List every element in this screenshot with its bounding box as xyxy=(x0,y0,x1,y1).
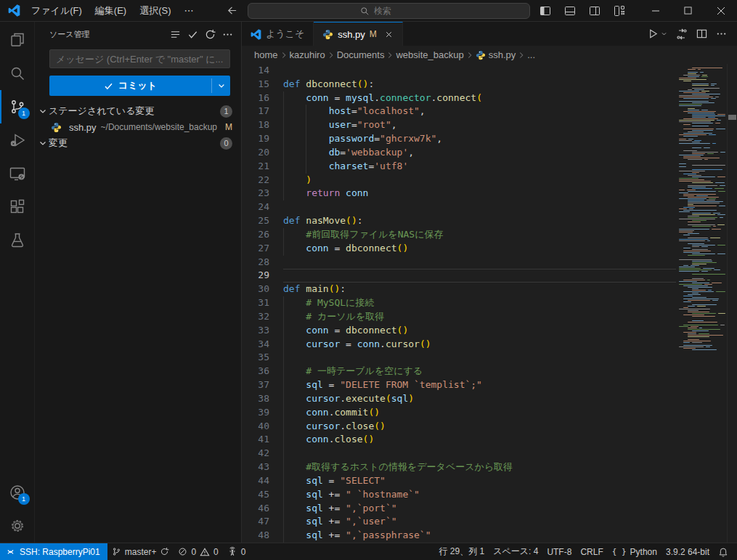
code-line-38[interactable]: 38 cursor.execute(sql) xyxy=(242,392,676,406)
code-line-22[interactable]: 22 ) xyxy=(242,174,676,187)
notifications-bell[interactable] xyxy=(714,543,733,560)
line-content[interactable] xyxy=(283,447,676,460)
menu-item-3[interactable]: ⋯ xyxy=(178,3,200,19)
line-content[interactable] xyxy=(283,256,676,269)
breadcrumb-item-0[interactable]: home xyxy=(254,49,278,60)
line-content[interactable]: def dbconnect(): xyxy=(283,78,676,92)
code-line-34[interactable]: 34 cursor = conn.cursor() xyxy=(242,338,676,352)
line-content[interactable]: conn = dbconnect() xyxy=(283,242,676,256)
code-line-14[interactable]: 14 xyxy=(242,64,676,78)
code-line-28[interactable]: 28 xyxy=(242,256,676,269)
window-maximize-button[interactable] xyxy=(672,0,704,22)
code-line-33[interactable]: 33 conn = dbconnect() xyxy=(242,324,676,338)
line-content[interactable]: sql += " `hostname`" xyxy=(283,488,676,502)
code-line-32[interactable]: 32 # カーソルを取得 xyxy=(242,310,676,324)
menu-item-1[interactable]: 編集(E) xyxy=(89,3,133,19)
code-line-48[interactable]: 48 sql += ",`passphrase`" xyxy=(242,529,676,543)
line-content[interactable]: return conn xyxy=(283,187,676,200)
changes-section[interactable]: 変更 0 xyxy=(35,135,241,151)
line-content[interactable]: charset='utf8' xyxy=(283,160,676,174)
breadcrumb-item-2[interactable]: Documents xyxy=(337,49,385,60)
commit-dropdown-button[interactable] xyxy=(212,76,230,96)
breadcrumb-item-5[interactable]: ... xyxy=(527,49,535,60)
window-minimize-button[interactable] xyxy=(639,0,672,22)
line-content[interactable]: conn.close() xyxy=(283,433,676,447)
line-content[interactable]: sql += ",`port`" xyxy=(283,502,676,516)
command-center-search[interactable] xyxy=(248,3,530,19)
code-line-35[interactable]: 35 xyxy=(242,351,676,365)
line-content[interactable]: ) xyxy=(283,174,676,187)
line-content[interactable]: def main(): xyxy=(283,283,676,296)
code-line-36[interactable]: 36 # 一時テーブルを空にする xyxy=(242,365,676,378)
menu-item-2[interactable]: 選択(S) xyxy=(133,3,177,19)
code-line-44[interactable]: 44 sql = "SELECT" xyxy=(242,474,676,488)
code-line-17[interactable]: 17 host="localhost", xyxy=(242,105,676,118)
line-content[interactable]: cursor.close() xyxy=(283,420,676,434)
activity-accounts[interactable]: 1 xyxy=(0,476,35,509)
branch-indicator[interactable]: master+ xyxy=(107,543,174,560)
split-editor-icon[interactable] xyxy=(696,28,707,39)
menu-item-0[interactable]: ファイル(F) xyxy=(25,3,89,19)
code-line-23[interactable]: 23 return conn xyxy=(242,187,676,200)
commit-message-input[interactable] xyxy=(56,54,224,65)
toggle-sidebar-icon[interactable] xyxy=(536,1,555,20)
activity-extensions[interactable] xyxy=(0,190,35,224)
line-content[interactable]: host="localhost", xyxy=(283,105,676,118)
code-line-45[interactable]: 45 sql += " `hostname`" xyxy=(242,488,676,502)
breadcrumb-item-4[interactable]: ssh.py xyxy=(489,49,516,60)
breadcrumb-item-1[interactable]: kazuhiro xyxy=(290,49,325,60)
toggle-secondary-sidebar-icon[interactable] xyxy=(585,1,604,20)
line-content[interactable]: sql += ",`passphrase`" xyxy=(283,529,676,543)
python-interpreter[interactable]: 3.9.2 64-bit xyxy=(661,543,714,560)
code-line-21[interactable]: 21 charset='utf8' xyxy=(242,160,676,174)
activity-search[interactable] xyxy=(0,57,35,90)
staged-changes-section[interactable]: ステージされている変更 1 xyxy=(35,103,241,119)
line-content[interactable]: sql += ",`user`" xyxy=(283,515,676,529)
nav-back-icon[interactable] xyxy=(227,5,237,16)
more-actions-icon[interactable] xyxy=(716,28,727,39)
activity-run-debug[interactable] xyxy=(0,123,35,157)
line-content[interactable]: user="root", xyxy=(283,118,676,132)
tab-close-icon[interactable] xyxy=(384,30,394,39)
run-python-file-button[interactable] xyxy=(648,28,667,39)
cursor-position[interactable]: 行 29、列 1 xyxy=(434,543,489,560)
line-content[interactable]: def nasMove(): xyxy=(283,214,676,228)
line-content[interactable]: cursor.execute(sql) xyxy=(283,392,676,406)
line-content[interactable]: sql = "SELECT" xyxy=(283,474,676,488)
line-content[interactable]: password="ghcrxw7k", xyxy=(283,132,676,146)
code-line-42[interactable]: 42 xyxy=(242,447,676,460)
line-content[interactable]: cursor = conn.cursor() xyxy=(283,338,676,352)
line-content[interactable] xyxy=(283,351,676,365)
code-line-39[interactable]: 39 conn.commit() xyxy=(242,406,676,420)
code-line-40[interactable]: 40 cursor.close() xyxy=(242,420,676,434)
code-line-15[interactable]: 15def dbconnect(): xyxy=(242,78,676,92)
line-content[interactable] xyxy=(283,200,676,214)
remote-indicator[interactable]: SSH: RaspberryPi01 xyxy=(0,543,107,560)
ports-indicator[interactable]: 0 xyxy=(223,543,251,560)
line-content[interactable]: conn = dbconnect() xyxy=(283,324,676,338)
code-line-46[interactable]: 46 sql += ",`port`" xyxy=(242,502,676,516)
commit-button[interactable]: コミット xyxy=(49,76,230,96)
code-line-16[interactable]: 16 conn = mysql.connector.connect( xyxy=(242,92,676,105)
code-line-31[interactable]: 31 # MySQLに接続 xyxy=(242,296,676,310)
commit-message-box[interactable] xyxy=(49,49,230,68)
indentation-indicator[interactable]: スペース: 4 xyxy=(489,543,542,560)
language-mode[interactable]: { } Python xyxy=(608,543,661,560)
code-line-41[interactable]: 41 conn.close() xyxy=(242,433,676,447)
line-content[interactable]: conn.commit() xyxy=(283,406,676,420)
line-content[interactable] xyxy=(283,269,676,283)
code-line-19[interactable]: 19 password="ghcrxw7k", xyxy=(242,132,676,146)
eol-indicator[interactable]: CRLF xyxy=(576,543,607,560)
line-content[interactable]: db='webbackup', xyxy=(283,146,676,160)
refresh-icon[interactable] xyxy=(202,27,218,43)
code-line-37[interactable]: 37 sql = "DELETE FROM `templist`;" xyxy=(242,378,676,392)
encoding-indicator[interactable]: UTF-8 xyxy=(542,543,576,560)
more-actions-icon[interactable] xyxy=(219,27,235,43)
line-content[interactable]: conn = mysql.connector.connect( xyxy=(283,92,676,105)
tab-welcome[interactable]: ようこそ xyxy=(242,22,314,46)
staged-file-row[interactable]: ssh.py ~/Documents/website_backup M xyxy=(35,119,241,135)
code-line-47[interactable]: 47 sql += ",`user`" xyxy=(242,515,676,529)
commit-check-icon[interactable] xyxy=(184,27,200,43)
window-close-button[interactable] xyxy=(704,0,737,22)
code-line-26[interactable]: 26 #前回取得ファイルをNASに保存 xyxy=(242,228,676,242)
